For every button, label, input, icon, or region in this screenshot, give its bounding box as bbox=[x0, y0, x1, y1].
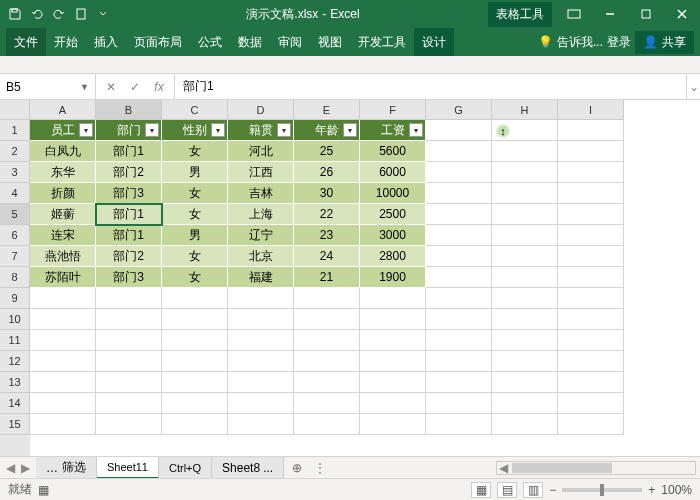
column-header-D[interactable]: D bbox=[228, 100, 294, 120]
cell-C7[interactable]: 女 bbox=[162, 246, 228, 267]
cell-G4[interactable] bbox=[426, 183, 492, 204]
column-header-B[interactable]: B bbox=[96, 100, 162, 120]
filter-dropdown-icon[interactable]: ▾ bbox=[277, 123, 291, 137]
cell-E13[interactable] bbox=[294, 372, 360, 393]
select-all-corner[interactable] bbox=[0, 100, 30, 120]
cell-H9[interactable] bbox=[492, 288, 558, 309]
cell-A2[interactable]: 白凤九 bbox=[30, 141, 96, 162]
cell-E14[interactable] bbox=[294, 393, 360, 414]
cell-I8[interactable] bbox=[558, 267, 624, 288]
row-header-10[interactable]: 10 bbox=[0, 309, 30, 330]
cell-C6[interactable]: 男 bbox=[162, 225, 228, 246]
row-header-12[interactable]: 12 bbox=[0, 351, 30, 372]
chevron-down-icon[interactable]: ▼ bbox=[80, 82, 89, 92]
cell-B7[interactable]: 部门2 bbox=[96, 246, 162, 267]
cell-G8[interactable] bbox=[426, 267, 492, 288]
cell-B2[interactable]: 部门1 bbox=[96, 141, 162, 162]
cell-B1[interactable]: 部门▾ bbox=[96, 120, 162, 141]
cell-I13[interactable] bbox=[558, 372, 624, 393]
enter-formula-icon[interactable]: ✓ bbox=[124, 76, 146, 98]
cell-B9[interactable] bbox=[96, 288, 162, 309]
filter-dropdown-icon[interactable]: ▾ bbox=[79, 123, 93, 137]
cell-E15[interactable] bbox=[294, 414, 360, 435]
row-header-3[interactable]: 3 bbox=[0, 162, 30, 183]
cell-H6[interactable] bbox=[492, 225, 558, 246]
cell-A14[interactable] bbox=[30, 393, 96, 414]
cell-G2[interactable] bbox=[426, 141, 492, 162]
cell-H13[interactable] bbox=[492, 372, 558, 393]
cell-H12[interactable] bbox=[492, 351, 558, 372]
name-box[interactable]: B5 ▼ bbox=[0, 74, 96, 99]
cell-E12[interactable] bbox=[294, 351, 360, 372]
column-header-E[interactable]: E bbox=[294, 100, 360, 120]
cell-H11[interactable] bbox=[492, 330, 558, 351]
cell-I5[interactable] bbox=[558, 204, 624, 225]
column-header-F[interactable]: F bbox=[360, 100, 426, 120]
cell-H15[interactable] bbox=[492, 414, 558, 435]
cell-E1[interactable]: 年龄▾ bbox=[294, 120, 360, 141]
column-header-H[interactable]: H bbox=[492, 100, 558, 120]
cell-B10[interactable] bbox=[96, 309, 162, 330]
worksheet-grid[interactable]: 123456789101112131415 ABCDEFGHI ↕ 员工▾部门▾… bbox=[0, 100, 700, 456]
cell-A1[interactable]: 员工▾ bbox=[30, 120, 96, 141]
cell-B8[interactable]: 部门3 bbox=[96, 267, 162, 288]
zoom-out-button[interactable]: − bbox=[549, 483, 556, 497]
cell-B3[interactable]: 部门2 bbox=[96, 162, 162, 183]
cell-D8[interactable]: 福建 bbox=[228, 267, 294, 288]
recording-icon[interactable]: ▦ bbox=[38, 483, 49, 497]
share-button[interactable]: 👤 共享 bbox=[635, 31, 694, 54]
fx-icon[interactable]: fx bbox=[148, 76, 170, 98]
cell-G14[interactable] bbox=[426, 393, 492, 414]
cell-H14[interactable] bbox=[492, 393, 558, 414]
page-break-view-icon[interactable]: ▥ bbox=[523, 482, 543, 498]
cell-I11[interactable] bbox=[558, 330, 624, 351]
filter-dropdown-icon[interactable]: ▾ bbox=[409, 123, 423, 137]
cell-A15[interactable] bbox=[30, 414, 96, 435]
cell-B6[interactable]: 部门1 bbox=[96, 225, 162, 246]
tab-formulas[interactable]: 公式 bbox=[190, 28, 230, 56]
cell-B4[interactable]: 部门3 bbox=[96, 183, 162, 204]
cell-E2[interactable]: 25 bbox=[294, 141, 360, 162]
cell-C3[interactable]: 男 bbox=[162, 162, 228, 183]
cell-B15[interactable] bbox=[96, 414, 162, 435]
row-header-4[interactable]: 4 bbox=[0, 183, 30, 204]
cell-B5[interactable]: 部门1 bbox=[96, 204, 162, 225]
sheet-nav[interactable]: ◀▶ bbox=[0, 461, 36, 475]
cell-H10[interactable] bbox=[492, 309, 558, 330]
cell-A12[interactable] bbox=[30, 351, 96, 372]
sheet-list-icon[interactable]: ⋮ bbox=[310, 461, 330, 475]
cell-E8[interactable]: 21 bbox=[294, 267, 360, 288]
tab-developer[interactable]: 开发工具 bbox=[350, 28, 414, 56]
cell-E11[interactable] bbox=[294, 330, 360, 351]
cell-C5[interactable]: 女 bbox=[162, 204, 228, 225]
cell-G3[interactable] bbox=[426, 162, 492, 183]
cell-G5[interactable] bbox=[426, 204, 492, 225]
save-icon[interactable] bbox=[4, 3, 26, 25]
cell-C10[interactable] bbox=[162, 309, 228, 330]
row-header-11[interactable]: 11 bbox=[0, 330, 30, 351]
cell-A10[interactable] bbox=[30, 309, 96, 330]
cell-F9[interactable] bbox=[360, 288, 426, 309]
cell-H7[interactable] bbox=[492, 246, 558, 267]
cell-C15[interactable] bbox=[162, 414, 228, 435]
tab-design[interactable]: 设计 bbox=[414, 28, 454, 56]
tell-me-icon[interactable]: 💡 bbox=[538, 35, 553, 49]
cell-G10[interactable] bbox=[426, 309, 492, 330]
zoom-level[interactable]: 100% bbox=[661, 483, 692, 497]
cell-F2[interactable]: 5600 bbox=[360, 141, 426, 162]
cell-H2[interactable] bbox=[492, 141, 558, 162]
row-header-7[interactable]: 7 bbox=[0, 246, 30, 267]
cancel-formula-icon[interactable]: ✕ bbox=[100, 76, 122, 98]
cell-D9[interactable] bbox=[228, 288, 294, 309]
row-header-15[interactable]: 15 bbox=[0, 414, 30, 435]
cell-F10[interactable] bbox=[360, 309, 426, 330]
cell-C14[interactable] bbox=[162, 393, 228, 414]
cell-A6[interactable]: 连宋 bbox=[30, 225, 96, 246]
cell-F1[interactable]: 工资▾ bbox=[360, 120, 426, 141]
cell-H3[interactable] bbox=[492, 162, 558, 183]
row-header-14[interactable]: 14 bbox=[0, 393, 30, 414]
cell-G9[interactable] bbox=[426, 288, 492, 309]
tab-file[interactable]: 文件 bbox=[6, 28, 46, 56]
tab-review[interactable]: 审阅 bbox=[270, 28, 310, 56]
cell-F8[interactable]: 1900 bbox=[360, 267, 426, 288]
